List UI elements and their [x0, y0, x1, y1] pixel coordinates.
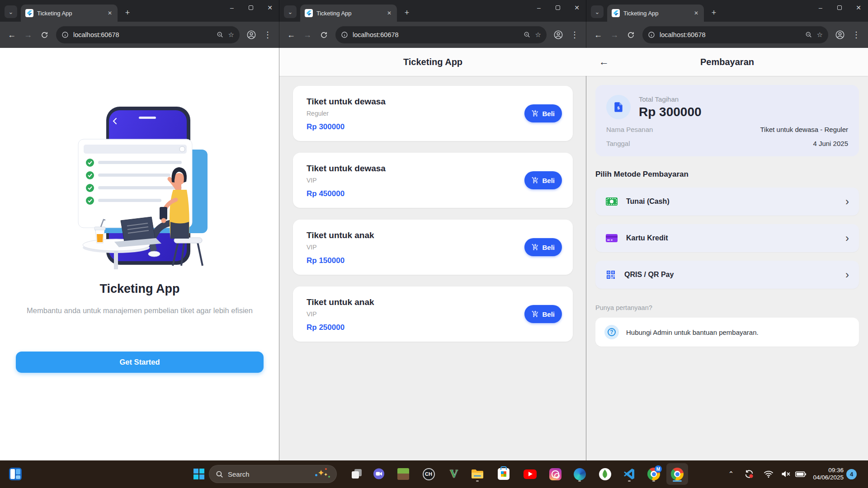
chrome-profile-button[interactable]: M	[645, 465, 663, 483]
back-button[interactable]: ←	[284, 28, 298, 42]
help-section-title: Punya pertanyaan?	[595, 304, 859, 311]
close-button[interactable]: ✕	[567, 0, 586, 15]
maximize-button[interactable]	[241, 0, 260, 15]
help-card[interactable]: ? Hubungi Admin untuk bantuan pembayaran…	[595, 318, 859, 347]
browser-menu-icon[interactable]: ⋮	[849, 28, 863, 42]
notification-count-badge[interactable]: 4	[846, 469, 857, 479]
browser-menu-icon[interactable]: ⋮	[260, 28, 275, 42]
new-tab-button[interactable]: +	[708, 6, 720, 19]
start-button[interactable]	[190, 465, 208, 483]
browser-tab[interactable]: Ticketing App ✕	[300, 5, 397, 22]
mongodb-button[interactable]	[596, 465, 614, 483]
volume-button[interactable]	[778, 465, 794, 483]
buy-button[interactable]: Beli	[524, 104, 562, 122]
vscode-button[interactable]	[620, 465, 638, 483]
onboarding-illustration	[67, 107, 212, 269]
back-button[interactable]: ←	[5, 28, 19, 42]
ms-store-button[interactable]	[495, 465, 513, 483]
chrome-active-button[interactable]	[668, 465, 686, 483]
ch-app-button[interactable]: CH	[420, 465, 438, 483]
tray-expand-button[interactable]: ⌃	[723, 465, 739, 483]
vscode-icon	[623, 468, 635, 480]
site-info-icon[interactable]	[61, 31, 69, 38]
get-started-button[interactable]: Get Started	[16, 352, 264, 373]
minimize-button[interactable]: –	[222, 0, 241, 15]
forward-button[interactable]: →	[607, 28, 622, 42]
close-button[interactable]: ✕	[260, 0, 279, 15]
search-icon	[216, 470, 223, 478]
payment-method-credit-card[interactable]: Kartu Kredit ›	[595, 224, 859, 252]
taskbar-clock[interactable]: 09:36 04/06/2025	[801, 467, 844, 481]
maximize-button[interactable]	[830, 0, 849, 15]
order-label: Nama Pesanan	[606, 126, 653, 133]
buy-button-label: Beli	[542, 244, 555, 251]
reload-button[interactable]	[37, 28, 52, 42]
forward-button[interactable]: →	[21, 28, 35, 42]
file-explorer-button[interactable]	[468, 465, 486, 483]
close-button[interactable]: ✕	[849, 0, 868, 15]
ms-store-icon	[498, 468, 509, 480]
windows-start-icon	[193, 468, 205, 480]
app-bar: Ticketing App	[279, 48, 586, 76]
buy-button[interactable]: Beli	[524, 171, 562, 189]
tab-search-button[interactable]: ⌄	[5, 5, 17, 18]
taskbar-search[interactable]: Search ✦ ✦	[209, 465, 337, 483]
task-view-button[interactable]	[348, 465, 366, 483]
browser-menu-icon[interactable]: ⋮	[567, 28, 582, 42]
gta-v-button[interactable]: V	[445, 465, 463, 483]
reload-icon	[627, 31, 635, 39]
browser-tab[interactable]: Ticketing App ✕	[607, 5, 704, 22]
reload-icon	[41, 31, 48, 39]
youtube-button[interactable]	[521, 465, 539, 483]
tab-close-icon[interactable]: ✕	[106, 9, 114, 17]
minimize-button[interactable]: –	[529, 0, 548, 15]
browser-tab[interactable]: Ticketing App ✕	[21, 5, 118, 22]
address-bar[interactable]: localhost:60678 ☆	[642, 26, 828, 43]
address-bar[interactable]: localhost:60678 ☆	[335, 26, 547, 43]
tab-close-icon[interactable]: ✕	[692, 9, 700, 17]
new-tab-button[interactable]: +	[121, 6, 134, 19]
tab-search-button[interactable]: ⌄	[591, 5, 604, 18]
sync-icon	[744, 469, 754, 479]
address-bar[interactable]: localhost:60678 ☆	[56, 26, 240, 43]
tray-sync-button[interactable]	[741, 465, 758, 483]
site-info-icon[interactable]	[648, 31, 655, 38]
site-info-icon[interactable]	[341, 31, 348, 38]
invoice-icon: $	[606, 95, 631, 119]
ticket-price: Rp 150000	[307, 256, 562, 265]
instagram-button[interactable]	[546, 465, 564, 483]
instagram-icon	[549, 468, 561, 480]
minecraft-button[interactable]	[394, 465, 412, 483]
chat-app-button[interactable]	[370, 465, 388, 483]
tab-search-button[interactable]: ⌄	[284, 5, 297, 18]
bookmark-star-icon[interactable]: ☆	[817, 31, 823, 39]
reload-button[interactable]	[316, 28, 331, 42]
back-button[interactable]: ←	[591, 28, 605, 42]
wifi-button[interactable]	[760, 465, 777, 483]
reload-button[interactable]	[623, 28, 638, 42]
zoom-out-icon[interactable]	[524, 31, 531, 38]
new-tab-button[interactable]: +	[401, 6, 413, 19]
app-back-button[interactable]: ←	[596, 54, 612, 70]
profile-icon[interactable]	[551, 28, 566, 42]
payment-method-cash[interactable]: Tunai (Cash) ›	[595, 188, 859, 216]
profile-icon[interactable]	[833, 28, 847, 42]
zoom-out-icon[interactable]	[805, 31, 812, 38]
payment-method-qris[interactable]: QRIS / QR Pay ›	[595, 261, 859, 289]
profile-icon[interactable]	[244, 28, 259, 42]
url-text: localhost:60678	[660, 31, 801, 38]
widgets-button[interactable]	[6, 465, 24, 483]
minimize-button[interactable]: –	[811, 0, 830, 15]
bookmark-star-icon[interactable]: ☆	[228, 31, 234, 39]
maximize-button[interactable]	[548, 0, 567, 15]
zoom-out-icon[interactable]	[217, 31, 224, 38]
date-value: 4 Juni 2025	[813, 140, 848, 147]
buy-button-label: Beli	[542, 310, 555, 318]
tab-close-icon[interactable]: ✕	[385, 9, 393, 17]
buy-button[interactable]: Beli	[524, 305, 562, 323]
forward-button[interactable]: →	[300, 28, 315, 42]
bookmark-star-icon[interactable]: ☆	[535, 31, 541, 39]
clock-date: 04/06/2025	[801, 474, 844, 481]
buy-button[interactable]: Beli	[524, 238, 562, 256]
edge-button[interactable]	[571, 465, 589, 483]
